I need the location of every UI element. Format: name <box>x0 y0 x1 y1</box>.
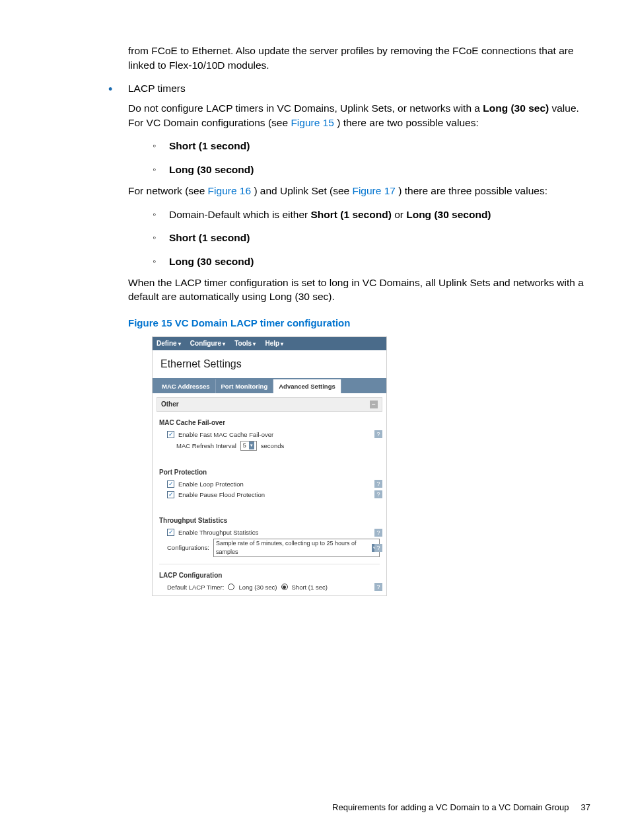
menu-tools[interactable]: Tools <box>234 339 256 348</box>
radio-label: Long (30 sec) <box>238 583 277 592</box>
row-configurations: Configurations: Sample rate of 5 minutes… <box>167 539 380 556</box>
link-figure-17[interactable]: Figure 17 <box>352 185 395 196</box>
bullet-lacp-timers: LACP timers <box>128 81 590 96</box>
footer-text: Requirements for adding a VC Domain to a… <box>332 802 569 812</box>
section-label: Other <box>161 400 179 409</box>
group-lacp: LACP Configuration <box>159 571 380 580</box>
link-figure-16[interactable]: Figure 16 <box>208 185 251 196</box>
link-figure-15[interactable]: Figure 15 <box>291 117 333 128</box>
group-mac-cache: MAC Cache Fail-over <box>159 418 380 428</box>
label: Configurations: <box>167 543 209 552</box>
paragraph-pre: from FCoE to Ethernet. Also update the s… <box>128 44 590 72</box>
help-icon[interactable]: ? <box>374 480 382 488</box>
radio-label: Short (1 sec) <box>292 583 328 592</box>
group-throughput: Throughput Statistics <box>159 516 380 525</box>
row-enable-fast-mac: ✓ Enable Fast MAC Cache Fail-over ? <box>167 430 380 439</box>
row-default-lacp-timer: Default LACP Timer: Long (30 sec) Short … <box>167 583 380 592</box>
paragraph: For network (see Figure 16 ) and Uplink … <box>128 184 590 198</box>
sub-short-1s-2: Short (1 second) <box>169 231 590 245</box>
label: Default LACP Timer: <box>167 583 224 592</box>
tab-port-monitoring[interactable]: Port Monitoring <box>216 379 274 393</box>
row-pause-flood: ✓ Enable Pause Flood Protection ? <box>167 490 380 499</box>
menu-configure[interactable]: Configure <box>190 339 225 348</box>
figure-15-caption: Figure 15 VC Domain LACP timer configura… <box>128 316 590 330</box>
select-refresh-interval[interactable]: 5 ▾ <box>240 441 257 451</box>
text: ) there are two possible values: <box>337 117 479 128</box>
page-number: 37 <box>581 802 590 812</box>
text: For network (see <box>128 185 208 196</box>
paragraph: When the LACP timer configuration is set… <box>128 276 590 304</box>
section-other: Other − <box>157 397 382 412</box>
select-value: Sample rate of 5 minutes, collecting up … <box>216 539 369 556</box>
menubar: Define Configure Tools Help <box>153 337 386 350</box>
checkbox-throughput[interactable]: ✓ <box>167 529 174 536</box>
sub-short-1s: Short (1 second) <box>169 139 590 153</box>
paragraph: Do not configure LACP timers in VC Domai… <box>128 101 590 130</box>
label: MAC Refresh Interval <box>176 441 236 450</box>
collapse-icon[interactable]: − <box>370 401 378 408</box>
label: Enable Throughput Statistics <box>178 528 258 537</box>
tab-advanced-settings[interactable]: Advanced Settings <box>273 379 341 393</box>
text: Domain-Default which is either <box>169 209 311 220</box>
radio-short-1[interactable] <box>281 584 288 590</box>
text-bold: Long (30 sec) <box>483 102 549 114</box>
page-footer: Requirements for adding a VC Domain to a… <box>332 802 590 814</box>
help-icon[interactable]: ? <box>374 529 382 537</box>
checkbox-enable-fast-mac[interactable]: ✓ <box>167 431 174 438</box>
menu-define[interactable]: Define <box>157 339 181 348</box>
row-mac-refresh: MAC Refresh Interval 5 ▾ seconds <box>167 441 380 451</box>
label: Enable Pause Flood Protection <box>178 490 265 499</box>
text: Do not configure LACP timers in VC Domai… <box>128 102 483 114</box>
label: Enable Fast MAC Cache Fail-over <box>178 430 273 439</box>
select-configurations[interactable]: Sample rate of 5 minutes, collecting up … <box>213 539 380 556</box>
help-icon[interactable]: ? <box>374 583 382 591</box>
radio-long-30[interactable] <box>228 584 234 590</box>
sub-domain-default: Domain-Default which is either Short (1 … <box>169 208 590 222</box>
label-unit: seconds <box>261 441 284 450</box>
text: ) and Uplink Set (see <box>254 185 352 196</box>
help-icon[interactable]: ? <box>374 430 382 438</box>
dropdown-icon: ▾ <box>249 441 254 449</box>
checkbox-pause-flood[interactable]: ✓ <box>167 491 174 498</box>
sub-long-30s: Long (30 second) <box>169 163 590 177</box>
tab-mac-addresses[interactable]: MAC Addresses <box>157 379 216 393</box>
select-value: 5 <box>243 441 246 450</box>
row-loop-protection: ✓ Enable Loop Protection ? <box>167 480 380 488</box>
group-port-protection: Port Protection <box>159 468 380 477</box>
text: ) there are three possible values: <box>398 185 547 196</box>
menu-help[interactable]: Help <box>265 339 283 348</box>
tabs: MAC Addresses Port Monitoring Advanced S… <box>153 378 386 393</box>
help-icon[interactable]: ? <box>374 490 382 498</box>
checkbox-loop-protection[interactable]: ✓ <box>167 480 174 488</box>
help-icon[interactable]: ? <box>374 544 382 552</box>
sub-long-30s-2: Long (30 second) <box>169 254 590 269</box>
figure-15-ui: Define Configure Tools Help Ethernet Set… <box>152 336 387 596</box>
text-bold: Long (30 second) <box>406 209 491 220</box>
row-enable-throughput: ✓ Enable Throughput Statistics ? <box>167 528 380 537</box>
panel-title: Ethernet Settings <box>153 350 386 378</box>
text-bold: Short (1 second) <box>311 209 392 220</box>
text: or <box>394 209 406 220</box>
label: Enable Loop Protection <box>178 480 244 488</box>
